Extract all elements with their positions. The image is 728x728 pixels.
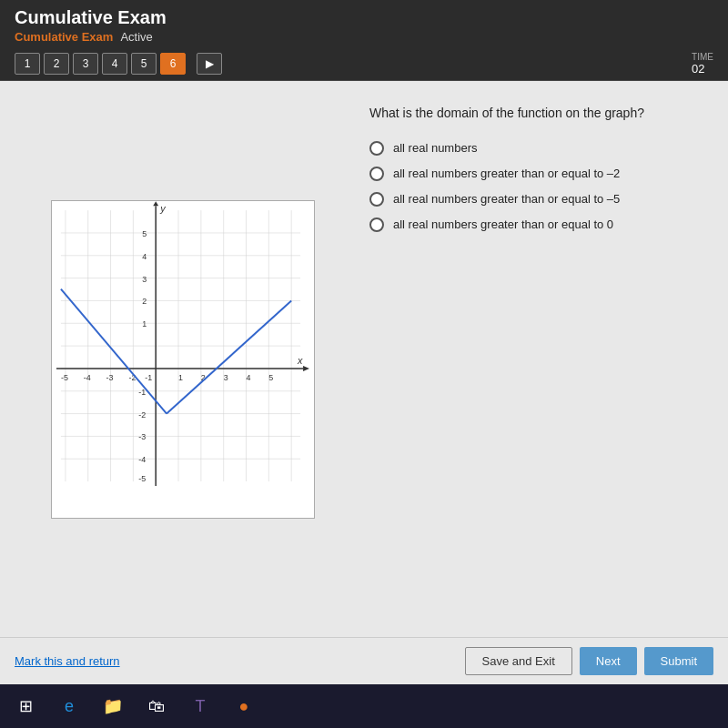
question-text: What is the domain of the function on th… [369,105,713,123]
taskbar-teams-icon[interactable]: T [186,692,215,721]
bottom-bar: Mark this and return Save and Exit Next … [0,637,728,684]
nav-btn-2[interactable]: 2 [44,53,69,75]
timer: TIME 02 [692,52,713,76]
option-item-2[interactable]: all real numbers greater than or equal t… [369,192,713,207]
nav-btn-3[interactable]: 3 [73,53,98,75]
screen: Cumulative Exam Cumulative Exam Active 1… [0,0,728,728]
option-label-3: all real numbers greater than or equal t… [393,217,613,231]
svg-rect-0 [52,201,314,518]
timer-label: TIME [692,52,713,62]
graph-svg: x y -5 -4 -3 -2 -1 1 2 3 4 5 5 4 3 [51,200,315,519]
svg-text:5: 5 [268,372,273,381]
mark-return-link[interactable]: Mark this and return [15,654,120,668]
breadcrumb-active: Active [120,30,152,44]
option-item-1[interactable]: all real numbers greater than or equal t… [369,167,713,181]
svg-text:-2: -2 [138,410,146,419]
radio-0[interactable] [369,141,384,156]
svg-text:3: 3 [224,372,228,381]
option-label-0: all real numbers [393,141,478,155]
svg-text:5: 5 [142,228,147,238]
svg-text:-4: -4 [84,372,91,381]
svg-text:y: y [159,203,166,214]
option-label-1: all real numbers greater than or equal t… [393,167,620,180]
save-exit-button[interactable]: Save and Exit [465,647,572,675]
exam-title: Cumulative Exam [15,7,713,28]
taskbar-windows-icon[interactable]: ⊞ [11,692,40,721]
option-item-3[interactable]: all real numbers greater than or equal t… [369,217,713,232]
nav-btn-6[interactable]: 6 [160,53,186,75]
nav-btn-1[interactable]: 1 [15,53,40,75]
svg-text:-4: -4 [138,455,146,464]
radio-2[interactable] [369,192,384,207]
taskbar-edge-icon[interactable]: e [55,692,84,721]
next-button[interactable]: Next [580,647,637,675]
svg-text:x: x [297,354,303,365]
top-bar: Cumulative Exam Cumulative Exam Active [0,0,728,47]
svg-text:-1: -1 [145,372,152,381]
radio-3[interactable] [369,217,384,232]
svg-text:-5: -5 [61,372,68,381]
svg-text:1: 1 [178,372,183,381]
timer-value: 02 [692,62,713,76]
submit-button[interactable]: Submit [644,647,713,675]
svg-text:2: 2 [142,297,147,306]
taskbar-store-icon[interactable]: 🛍 [142,692,171,721]
svg-text:3: 3 [142,274,147,283]
breadcrumb-link[interactable]: Cumulative Exam [15,30,113,44]
option-item-0[interactable]: all real numbers [369,141,713,156]
bottom-buttons: Save and Exit Next Submit [465,647,713,675]
main-content: x y -5 -4 -3 -2 -1 1 2 3 4 5 5 4 3 [0,81,728,637]
svg-text:-3: -3 [106,372,114,381]
svg-text:1: 1 [142,319,147,329]
svg-text:4: 4 [247,372,251,381]
nav-btn-4[interactable]: 4 [102,53,127,75]
taskbar-chrome-icon[interactable]: ● [229,692,258,721]
question-area: What is the domain of the function on th… [369,96,713,622]
nav-btn-5[interactable]: 5 [131,53,157,75]
options-list: all real numbers all real numbers greate… [369,141,713,232]
graph-area: x y -5 -4 -3 -2 -1 1 2 3 4 5 5 4 3 [15,96,351,622]
breadcrumb: Cumulative Exam Active [15,30,713,44]
nav-arrow-btn[interactable]: ▶ [197,53,222,75]
taskbar-folder-icon[interactable]: 📁 [98,692,127,721]
taskbar: ⊞ e 📁 🛍 T ● [0,684,728,728]
radio-1[interactable] [369,167,384,181]
option-label-2: all real numbers greater than or equal t… [393,192,620,206]
nav-bar: 1 2 3 4 5 6 ▶ TIME 02 [0,47,728,81]
svg-text:4: 4 [142,251,147,260]
svg-text:-5: -5 [138,474,146,483]
svg-text:-3: -3 [138,432,146,441]
